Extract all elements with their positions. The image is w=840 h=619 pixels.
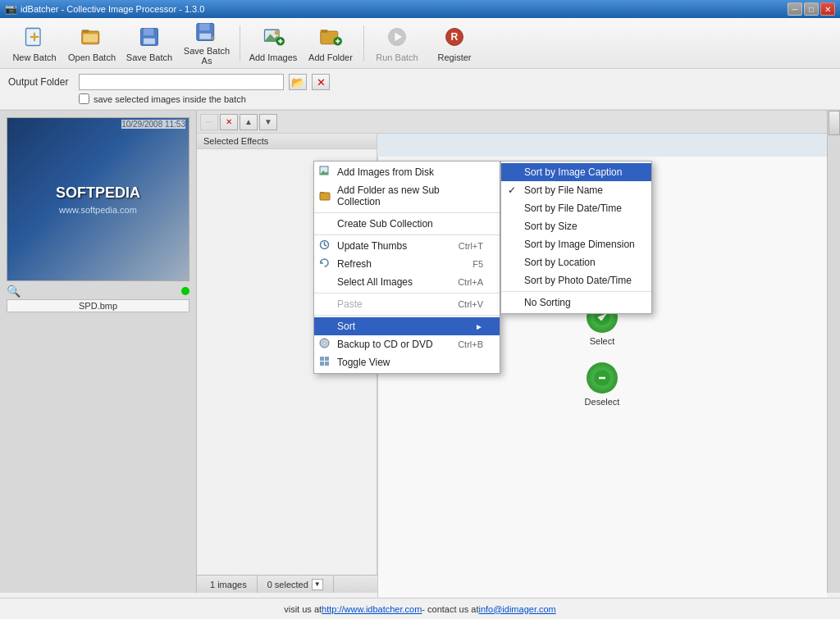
save-checkbox-row: save selected images inside the batch	[8, 93, 832, 104]
menu-select-all-label: Select All Images	[337, 276, 413, 288]
effects-toolbar: ··· ✕ ▲ ▼	[197, 111, 840, 134]
scrollbar-track[interactable]	[827, 111, 840, 593]
effects-panel-header: Selected Effects	[197, 134, 377, 149]
svg-text:+: +	[211, 34, 215, 42]
sort-by-filename-label: Sort by File Name	[524, 184, 603, 196]
menu-update-thumbs[interactable]: Update Thumbs Ctrl+T	[314, 237, 500, 255]
menu-create-sub-collection[interactable]: Create Sub Collection	[314, 215, 500, 233]
save-batch-as-icon: +	[194, 20, 220, 43]
preview-image: SOFTPEDIA www.softpedia.com	[7, 118, 189, 280]
sort-by-caption[interactable]: Sort by Image Caption	[501, 163, 651, 181]
add-images-disk-icon	[319, 166, 331, 180]
add-folder-icon	[317, 24, 344, 50]
menu-add-images-disk[interactable]: Add Images from Disk	[314, 163, 500, 181]
save-batch-as-button[interactable]: + Save Batch As	[179, 21, 235, 66]
menu-add-folder-sub-label: Add Folder as new Sub Collection	[337, 184, 483, 207]
menu-backup-cd-shortcut: Ctrl+B	[458, 339, 483, 349]
save-inside-batch-label[interactable]: save selected images inside the batch	[94, 94, 246, 104]
output-folder-label: Output Folder	[8, 76, 74, 88]
no-sorting[interactable]: No Sorting	[501, 294, 651, 312]
sort-by-datetime[interactable]: Sort by File Date/Time	[501, 199, 651, 217]
effect-tool-x[interactable]: ✕	[220, 114, 238, 130]
title-bar-left: 📷 idBatcher - Collective Image Processor…	[5, 3, 204, 15]
sort-by-photo-date[interactable]: Sort by Photo Date/Time	[501, 271, 651, 289]
save-batch-icon	[136, 24, 162, 50]
svg-rect-40	[325, 357, 329, 361]
run-batch-label: Run Batch	[376, 52, 418, 62]
sort-by-filename[interactable]: ✓ Sort by File Name	[501, 181, 651, 199]
maximize-button[interactable]: □	[804, 2, 819, 16]
open-batch-icon	[79, 24, 105, 50]
sort-by-dimension[interactable]: Sort by Image Dimension	[501, 235, 651, 253]
save-batch-button[interactable]: Save Batch	[121, 21, 177, 66]
output-folder-input[interactable]	[79, 74, 284, 90]
deselect-button[interactable]: Deselect	[585, 362, 620, 407]
svg-rect-4	[82, 30, 89, 33]
menu-select-all[interactable]: Select All Images Ctrl+A	[314, 273, 500, 291]
preview-timestamp: 10/29/2008 11:53	[121, 120, 185, 129]
menu-add-images-disk-label: Add Images from Disk	[337, 166, 434, 178]
menu-backup-cd[interactable]: Backup to CD or DVD Ctrl+B	[314, 335, 500, 353]
sort-by-filename-check: ✓	[508, 184, 516, 196]
svg-rect-34	[320, 193, 330, 200]
svg-point-38	[323, 342, 326, 344]
add-images-button[interactable]: Add Images	[245, 21, 301, 66]
context-menu: Add Images from Disk Add Folder as new S…	[313, 161, 500, 374]
backup-cd-icon	[319, 338, 330, 351]
toolbar-separator-2	[363, 25, 364, 61]
menu-toggle-view[interactable]: Toggle View	[314, 353, 500, 371]
footer-link2[interactable]: info@idimager.com	[478, 604, 555, 614]
register-label: Register	[438, 52, 472, 62]
menu-refresh[interactable]: Refresh F5	[314, 255, 500, 273]
open-batch-button[interactable]: Open Batch	[64, 21, 120, 66]
selected-dropdown-button[interactable]: ▼	[312, 579, 323, 590]
menu-sort[interactable]: Sort ►	[314, 317, 500, 335]
add-folder-button[interactable]: Add Folder	[303, 21, 358, 66]
left-panel: 10/29/2008 11:53 SOFTPEDIA www.softpedia…	[0, 111, 197, 593]
register-button[interactable]: R Register	[427, 21, 482, 66]
effect-tool-dots[interactable]: ···	[200, 114, 218, 130]
output-bar: Output Folder 📂 ✕ save selected images i…	[0, 69, 840, 110]
footer-text-between: - contact us at	[422, 604, 478, 614]
menu-add-folder-sub[interactable]: Add Folder as new Sub Collection	[314, 181, 500, 211]
toolbar-separator-1	[240, 25, 240, 61]
menu-separator-1	[314, 212, 500, 213]
menu-paste-shortcut: Ctrl+V	[458, 299, 483, 309]
images-count-text: 1 images	[210, 580, 247, 589]
preview-controls: 🔍	[7, 284, 189, 298]
add-folder-sub-icon	[319, 189, 331, 203]
menu-paste[interactable]: Paste Ctrl+V	[314, 295, 500, 313]
output-folder-browse-button[interactable]: 📂	[289, 74, 307, 90]
image-filename: SPD.bmp	[7, 299, 189, 312]
menu-separator-4	[314, 315, 500, 316]
deselect-icon	[587, 362, 618, 394]
scrollbar-thumb[interactable]	[829, 111, 840, 135]
svg-rect-20	[321, 30, 328, 33]
effect-tool-down[interactable]: ▼	[259, 114, 277, 130]
sort-by-location[interactable]: Sort by Location	[501, 253, 651, 271]
svg-rect-11	[199, 34, 211, 39]
close-button[interactable]: ✕	[820, 2, 835, 16]
run-batch-icon	[384, 24, 410, 50]
output-row: Output Folder 📂 ✕	[8, 74, 832, 90]
svg-rect-10	[199, 23, 209, 30]
effect-tool-up[interactable]: ▲	[240, 114, 258, 130]
menu-select-all-shortcut: Ctrl+A	[458, 277, 483, 287]
run-batch-button[interactable]: Run Batch	[369, 21, 425, 66]
image-status-indicator	[181, 287, 189, 295]
svg-text:R: R	[451, 31, 459, 43]
svg-point-15	[275, 30, 279, 34]
no-sorting-label: No Sorting	[524, 297, 571, 308]
new-batch-button[interactable]: New Batch	[7, 21, 62, 66]
title-bar-controls: ─ □ ✕	[788, 2, 835, 16]
footer-link1[interactable]: http://www.idbatcher.com	[322, 604, 422, 614]
selected-count-segment: 0 selected ▼	[258, 576, 334, 593]
output-folder-clear-button[interactable]: ✕	[312, 74, 330, 90]
menu-backup-cd-label: Backup to CD or DVD	[337, 339, 433, 350]
minimize-button[interactable]: ─	[788, 2, 802, 16]
svg-rect-35	[320, 192, 324, 193]
save-inside-batch-checkbox[interactable]	[79, 93, 89, 104]
image-preview-box: 10/29/2008 11:53 SOFTPEDIA www.softpedia…	[7, 117, 189, 281]
sort-by-size[interactable]: Sort by Size	[501, 217, 651, 235]
add-images-icon	[260, 24, 286, 50]
